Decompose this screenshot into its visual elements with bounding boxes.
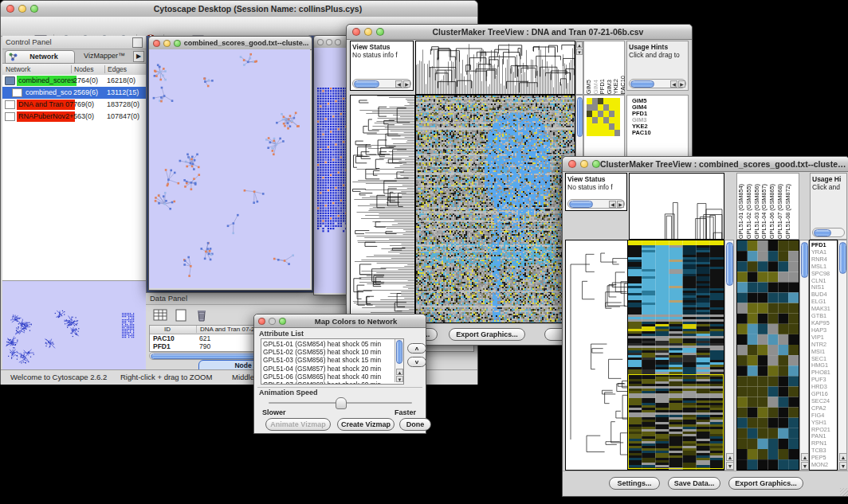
heatmap-cell[interactable]	[603, 98, 609, 104]
heatmap-column-label[interactable]: GPL51-08 (GSM872)	[785, 184, 791, 239]
scroll-left-arrow[interactable]: ◀	[395, 80, 402, 88]
scroll-up-arrow[interactable]: ▲	[576, 41, 583, 48]
move-down-button[interactable]: v	[407, 357, 426, 367]
table-row[interactable]: RNAPuberNov2+563(0)107847(0)	[2, 111, 146, 123]
heatmap-cell[interactable]	[614, 130, 620, 136]
tab-vizmapper[interactable]: VizMapper™	[75, 50, 134, 62]
zoom-button[interactable]	[30, 5, 38, 13]
heatmap-cell[interactable]	[598, 130, 603, 136]
create-vizmap-button[interactable]: Create Vizmap	[337, 418, 395, 431]
heatmap-column-label[interactable]: GPL51-02 (GSM855)	[746, 184, 752, 239]
close-button[interactable]	[317, 39, 324, 45]
scroll-down-arrow[interactable]: ▼	[801, 462, 809, 470]
heatmap-cell[interactable]	[598, 123, 603, 130]
tab-network[interactable]: Network	[5, 50, 75, 64]
speed-slider-thumb[interactable]	[336, 397, 347, 409]
heatmap-column-label[interactable]: GIM5	[586, 80, 592, 94]
heatmap-cell[interactable]	[603, 123, 609, 130]
minimize-button[interactable]	[163, 40, 171, 47]
heatmap-cell[interactable]	[587, 130, 592, 136]
status-hscrollbar[interactable]: ◀ ▶	[567, 199, 625, 209]
heatmap-cell[interactable]	[609, 111, 614, 117]
heatmap-cell[interactable]	[609, 117, 614, 123]
scrollbar-thumb[interactable]	[814, 229, 831, 236]
usage-hscrollbar[interactable]	[812, 228, 845, 237]
tab-overflow-arrow[interactable]: ▶	[133, 51, 144, 62]
heatmap-cell[interactable]	[587, 111, 592, 117]
scrollbar-thumb[interactable]	[396, 340, 402, 364]
network1-view-canvas[interactable]	[149, 49, 310, 288]
heatmap-column-label[interactable]: PAC10	[620, 76, 626, 94]
dialog-titlebar[interactable]: Map Colors to Network	[254, 315, 426, 328]
move-up-button[interactable]: ʌ	[407, 343, 426, 354]
heatmap-cell[interactable]	[587, 117, 592, 123]
heatmap-cell[interactable]	[614, 123, 620, 130]
zoom-button[interactable]	[376, 28, 384, 36]
scroll-right-arrow[interactable]: ▶	[617, 201, 624, 208]
heatmap-cell[interactable]	[592, 117, 598, 123]
col-nodes[interactable]: Nodes	[71, 65, 94, 73]
scrollbar-thumb[interactable]	[577, 97, 583, 137]
birdseye-canvas[interactable]	[2, 281, 146, 370]
heatmap-cell[interactable]	[598, 98, 603, 104]
global-heatmap-panel[interactable]	[627, 240, 724, 471]
scroll-down-arrow[interactable]: ▼	[576, 49, 583, 55]
float-panel-icon[interactable]	[132, 37, 143, 48]
heatmap-column-label[interactable]: GPL51-07 (GSM868)	[777, 184, 783, 239]
heatmap-column-label[interactable]: GPL51-04 (GSM857)	[761, 184, 767, 239]
id-column-header[interactable]: ID	[164, 326, 171, 333]
scrollbar-thumb[interactable]	[726, 242, 733, 286]
heatmap-cell[interactable]	[609, 98, 614, 104]
scroll-down-arrow[interactable]: ▼	[726, 462, 734, 470]
close-button[interactable]	[258, 318, 265, 325]
col-network[interactable]: Network	[6, 65, 30, 73]
heatmap-cell[interactable]	[598, 111, 603, 117]
heatmap-vscrollbar[interactable]: ▲ ▼	[724, 240, 734, 471]
close-button[interactable]	[568, 160, 576, 168]
heatmap-cell[interactable]	[614, 111, 620, 117]
heatmap-cell[interactable]	[603, 117, 609, 123]
treeview1-titlebar[interactable]: ClusterMaker TreeView : DNA and Tran 07-…	[347, 25, 692, 40]
heatmap-column-label[interactable]: GPL51-01 (GSM854)	[738, 184, 744, 239]
resize-grip[interactable]	[840, 488, 848, 496]
minimize-button[interactable]	[326, 39, 332, 45]
heatmap-row-label[interactable]: PAC10	[632, 130, 651, 136]
scrollbar-thumb[interactable]	[354, 80, 379, 88]
heatmap-cell[interactable]	[614, 117, 620, 123]
attribute-list-item[interactable]: GPL51-03 (GSM856) heat shock 15 min	[263, 356, 402, 364]
table-row[interactable]: DNA and Tran 07769(0)183728(0)	[2, 99, 146, 111]
table-mode-icon[interactable]	[152, 308, 168, 322]
settings-button[interactable]: Settings...	[609, 477, 660, 490]
scroll-left-arrow[interactable]: ◀	[609, 201, 616, 208]
main-titlebar[interactable]: Cytoscape Desktop (Session Name: collins…	[1, 1, 477, 18]
scrollbar-thumb[interactable]	[839, 242, 846, 274]
delete-attribute-icon[interactable]	[194, 308, 210, 322]
status-hscrollbar[interactable]: ◀ ▶	[352, 79, 411, 88]
scroll-down-arrow[interactable]: ▼	[839, 462, 847, 470]
zoom-button[interactable]	[335, 39, 341, 45]
heatmap-cell[interactable]	[587, 98, 592, 104]
heatmap-cell[interactable]	[592, 104, 598, 111]
minimize-button[interactable]	[580, 160, 588, 168]
heatmap-cell[interactable]	[592, 123, 598, 130]
column-dendrogram-panel[interactable]	[629, 173, 724, 240]
zoom-button[interactable]	[174, 40, 181, 47]
column-dendrogram-panel[interactable]	[415, 41, 575, 95]
attribute-list-item[interactable]: GPL51-04 (GSM857) heat shock 20 min	[263, 365, 402, 373]
scroll-left-arrow[interactable]: ◀	[670, 80, 677, 88]
minimize-button[interactable]	[269, 318, 276, 325]
heatmap-cell[interactable]	[592, 111, 598, 117]
zoom-heatmap-panel[interactable]	[736, 240, 799, 471]
scrollbar-thumb[interactable]	[630, 80, 654, 88]
labels-vscrollbar[interactable]: ▲ ▼	[838, 240, 847, 471]
heatmap-cell[interactable]	[592, 130, 598, 136]
scroll-up-arrow[interactable]: ▲	[801, 453, 809, 461]
zoom-button[interactable]	[279, 318, 286, 325]
heatmap-cell[interactable]	[598, 117, 603, 123]
heatmap-column-label[interactable]: GPL51-06 (GSM865)	[769, 184, 775, 239]
heatmap-column-label[interactable]: GIM3	[607, 80, 613, 94]
row-dendrogram-panel[interactable]	[350, 95, 415, 323]
scroll-up-arrow[interactable]: ▲	[726, 453, 734, 461]
table-row[interactable]: combined_sco2569(6)13112(15)	[2, 87, 146, 99]
minimize-button[interactable]	[364, 28, 372, 36]
